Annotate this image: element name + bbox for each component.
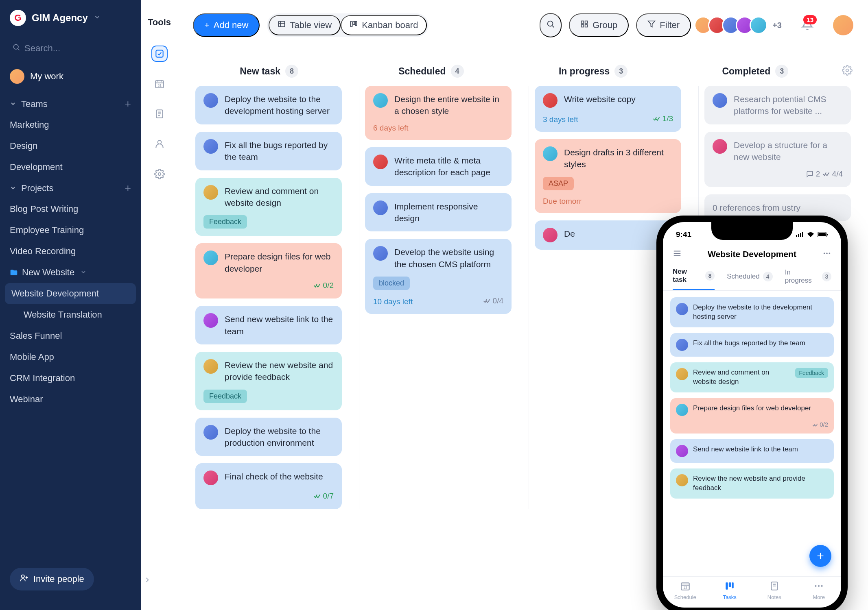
- column-title: Scheduled: [398, 66, 446, 77]
- task-card[interactable]: Final check of the website0/7: [195, 463, 342, 509]
- add-team-button[interactable]: +: [125, 98, 131, 110]
- project-new-website[interactable]: New Website: [0, 262, 141, 283]
- task-card[interactable]: Review and comment on website designFeed…: [195, 178, 342, 236]
- tasks-tool[interactable]: [151, 46, 168, 62]
- tab-count: 8: [705, 271, 715, 281]
- column-title: In progress: [559, 66, 610, 77]
- sidebar-collapse-button[interactable]: [143, 576, 151, 586]
- phone-task-card[interactable]: Prepare design files for web developer 0…: [670, 398, 834, 434]
- project-item[interactable]: CRM Integration: [0, 368, 141, 389]
- svg-rect-49: [732, 582, 734, 588]
- project-item[interactable]: Mobile App: [0, 346, 141, 368]
- task-card[interactable]: Write website copy3 days left1/3: [535, 86, 681, 132]
- team-design[interactable]: Design: [0, 135, 141, 157]
- search-button[interactable]: [540, 13, 562, 37]
- project-item[interactable]: Webinar: [0, 389, 141, 410]
- assignee-avatar: [203, 471, 218, 485]
- task-card[interactable]: Design the entire website in a chosen st…: [365, 86, 512, 140]
- phone-tab[interactable]: New task8: [673, 268, 715, 290]
- task-card[interactable]: Write meta title & meta description for …: [365, 147, 512, 186]
- phone-task-card[interactable]: Fix all the bugs reported by the team: [670, 333, 834, 357]
- settings-tool[interactable]: [151, 166, 168, 182]
- project-item[interactable]: Employee Training: [0, 220, 141, 241]
- grid-icon: [580, 20, 588, 30]
- board-settings-button[interactable]: [842, 65, 853, 77]
- my-work-label: My work: [30, 71, 63, 82]
- teams-section-header[interactable]: Teams +: [0, 94, 141, 114]
- phone-task-card[interactable]: Send new website link to the team: [670, 439, 834, 463]
- notification-count: 13: [803, 15, 817, 24]
- phone-notch: [711, 222, 793, 240]
- my-work-link[interactable]: My work: [0, 64, 141, 94]
- table-view-button[interactable]: Table view: [269, 15, 341, 35]
- project-item[interactable]: Sales Funnel: [0, 325, 141, 346]
- notifications-button[interactable]: 13: [801, 18, 813, 32]
- phone-tab[interactable]: In progress3: [785, 268, 831, 290]
- svg-rect-20: [351, 21, 352, 26]
- task-title: Send new website link to the team: [225, 313, 334, 337]
- add-task-fab[interactable]: +: [809, 545, 831, 567]
- phone-nav-item[interactable]: 13Schedule: [663, 577, 708, 608]
- invite-people-button[interactable]: Invite people: [10, 568, 94, 590]
- more-icon[interactable]: [822, 249, 831, 259]
- task-card[interactable]: Deploy the website to the production env…: [195, 418, 342, 456]
- phone-task-card[interactable]: Review the new website and provide feedb…: [670, 468, 834, 499]
- add-project-button[interactable]: +: [125, 182, 131, 194]
- phone-nav-item[interactable]: Notes: [752, 577, 797, 608]
- calendar-tool[interactable]: 31: [151, 76, 168, 92]
- projects-section-header[interactable]: Projects +: [0, 178, 141, 198]
- project-item[interactable]: Blog Post Writing: [0, 198, 141, 220]
- assignee-avatar: [203, 185, 218, 200]
- phone-nav-item[interactable]: More: [797, 577, 842, 608]
- collaborator-avatars[interactable]: +3: [698, 16, 782, 34]
- svg-point-2: [22, 575, 24, 578]
- project-item[interactable]: Video Recording: [0, 241, 141, 262]
- chevron-down-icon: [94, 13, 101, 22]
- project-website-development[interactable]: Website Development: [5, 283, 136, 304]
- assignee-avatar: [676, 303, 688, 315]
- extra-avatars-count: +3: [772, 21, 782, 30]
- checklist-progress: 0/4: [483, 296, 503, 305]
- task-card[interactable]: Implement responsive design: [365, 193, 512, 232]
- task-card[interactable]: Review the new website and provide feedb…: [195, 352, 342, 410]
- sidebar: G GIM Agency Search... My work Teams + M…: [0, 0, 141, 610]
- nav-label: Schedule: [674, 594, 696, 600]
- kanban-label: Kanban board: [362, 20, 418, 30]
- task-card[interactable]: Develop the website using the chosen CMS…: [365, 239, 512, 314]
- hamburger-icon[interactable]: [673, 249, 682, 259]
- task-card[interactable]: Prepare design files for web developer0/…: [195, 243, 342, 298]
- svg-marker-29: [648, 21, 655, 27]
- add-new-button[interactable]: + Add new: [193, 13, 260, 37]
- workspace-switcher[interactable]: G GIM Agency: [0, 10, 141, 37]
- task-card[interactable]: Design drafts in 3 different stylesASAPD…: [535, 139, 681, 213]
- phone-tab[interactable]: Scheduled4: [727, 268, 772, 290]
- team-marketing[interactable]: Marketing: [0, 114, 141, 135]
- task-card[interactable]: Fix all the bugs reported by the team: [195, 132, 342, 170]
- phone-tabs: New task8Scheduled4In progress3: [663, 264, 841, 291]
- svg-rect-47: [726, 582, 728, 589]
- project-website-translation[interactable]: Website Translation: [0, 304, 141, 325]
- svg-rect-27: [582, 25, 584, 27]
- group-button[interactable]: Group: [569, 13, 629, 37]
- team-development[interactable]: Development: [0, 157, 141, 178]
- phone-task-card[interactable]: Review and comment on website designFeed…: [670, 362, 834, 392]
- people-tool[interactable]: [151, 136, 168, 152]
- kanban-view-button[interactable]: Kanban board: [341, 15, 427, 35]
- task-card[interactable]: Research potential CMS platforms for web…: [704, 86, 851, 124]
- column-header-new-task: New task 8: [194, 65, 344, 78]
- filter-button[interactable]: Filter: [636, 13, 691, 37]
- search-input[interactable]: Search...: [8, 40, 133, 57]
- phone-time: 9:41: [676, 230, 691, 239]
- task-title: Prepare design files for web developer: [693, 404, 828, 413]
- phone-task-card[interactable]: Deploy the website to the development ho…: [670, 297, 834, 327]
- notes-tool[interactable]: [151, 106, 168, 122]
- task-title: Review and comment on website design: [225, 185, 334, 209]
- user-avatar[interactable]: [833, 15, 853, 35]
- phone-task-list[interactable]: Deploy the website to the development ho…: [663, 291, 841, 576]
- task-card[interactable]: Develop a structure for a new website2 4…: [704, 132, 851, 187]
- assignee-avatar: [676, 404, 688, 416]
- task-card[interactable]: Send new website link to the team: [195, 306, 342, 344]
- task-card[interactable]: Deploy the website to the development ho…: [195, 86, 342, 124]
- group-label: Group: [593, 20, 617, 30]
- phone-nav-item[interactable]: Tasks: [708, 577, 752, 608]
